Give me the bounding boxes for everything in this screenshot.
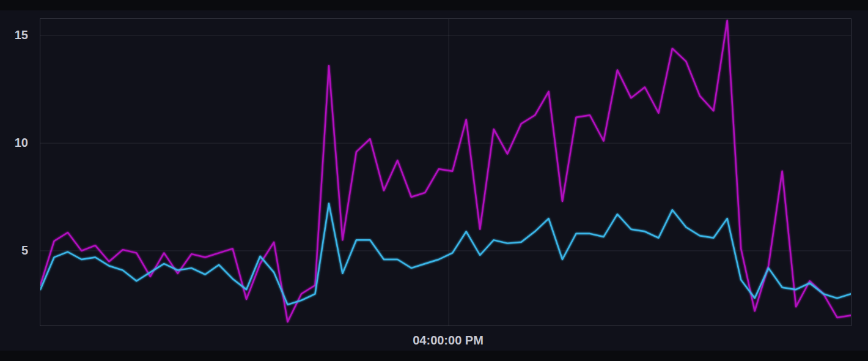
y-axis-tick-label: 10: [0, 136, 28, 149]
series-line-cyan[interactable]: [40, 204, 851, 305]
y-axis-tick-label: 15: [0, 28, 28, 42]
y-axis-tick-label: 5: [0, 244, 28, 257]
x-axis-tick-label: 04:00:00 PM: [381, 333, 515, 348]
series-line-magenta[interactable]: [40, 21, 851, 322]
line-chart: [40, 19, 851, 326]
plot-area[interactable]: [40, 18, 851, 326]
